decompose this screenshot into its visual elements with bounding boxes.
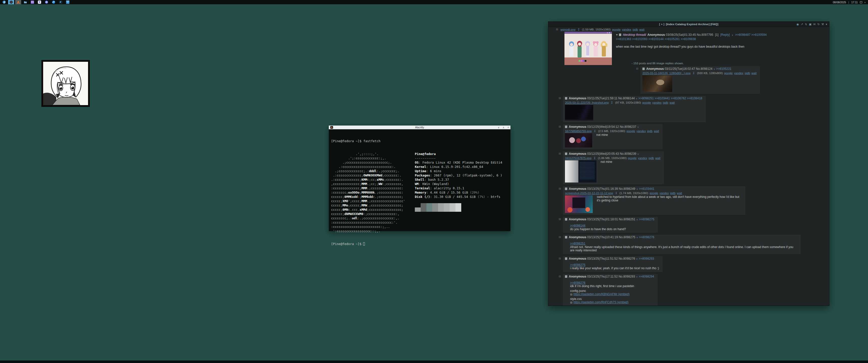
post-backlinks[interactable]: >>8098293 <box>639 257 654 260</box>
post-filelink-yandex[interactable]: yandex <box>659 191 669 195</box>
pastebin-link[interactable]: https://pastebin.com/KBNGAFMr (embed) <box>574 292 629 296</box>
post-backlinks[interactable]: >>8105221 <box>716 67 732 71</box>
post-backlinks[interactable]: >>8098294 <box>639 275 654 278</box>
op-filelink-wait[interactable]: wait <box>640 28 645 31</box>
post-number[interactable]: No.8098275 <box>619 235 635 239</box>
op-checkbox[interactable] <box>619 34 621 36</box>
board-nav-links[interactable]: [Index Catalog Expired Archive] [FAQ] <box>666 23 718 26</box>
post-number[interactable]: No.8098251 <box>619 218 635 221</box>
refresh-icon[interactable]: ↻ <box>817 22 819 27</box>
quote-link[interactable]: >>8098251 <box>570 242 585 245</box>
download-icon[interactable]: ↧ <box>693 71 695 75</box>
hide-thread-button[interactable]: ⊟ <box>556 28 558 31</box>
post-filelink-google[interactable]: google <box>628 156 637 160</box>
tools-icon[interactable]: ⚒ <box>822 22 824 27</box>
post-filelink-iqdb[interactable]: iqdb <box>649 156 654 160</box>
quote-link[interactable]: >>8098276 <box>570 281 585 285</box>
post-filelink-iqdb[interactable]: iqdb <box>670 191 676 195</box>
post-filelink-yandex[interactable]: yandex <box>638 156 647 160</box>
download-icon[interactable]: ↧ <box>594 129 596 133</box>
post-backlinks[interactable]: >>8103441 <box>639 187 654 191</box>
post-checkbox[interactable] <box>565 257 567 260</box>
discord-app-icon[interactable] <box>43 0 50 4</box>
archive-app-icon[interactable] <box>65 0 71 4</box>
download-icon[interactable]: ↧ <box>615 191 618 195</box>
file-manager-app-icon[interactable] <box>22 0 28 4</box>
post-filelink-iqdb[interactable]: iqdb <box>647 129 652 133</box>
board-navigation[interactable]: [ + ][Index Catalog Expired Archive] [FA… <box>548 23 829 26</box>
op-file-name[interactable]: wgnodt.png <box>560 28 575 31</box>
post-filelink-iqdb[interactable]: iqdb <box>745 71 750 75</box>
download-icon[interactable]: ↧ <box>611 101 613 104</box>
post-filelink-google[interactable]: google <box>642 101 651 104</box>
post-filelink-google[interactable]: google <box>650 191 658 195</box>
post-thumbnail[interactable] <box>565 195 593 213</box>
watch-heart-icon[interactable]: ♥ <box>616 33 618 37</box>
post-number[interactable]: No.8098237 <box>620 125 636 129</box>
post-menu-caret[interactable]: ∨ <box>732 34 733 36</box>
post-file-name[interactable]: 2025-03-11-223739_hyprshot.png <box>565 101 609 104</box>
post-menu-caret[interactable]: ∨ <box>636 258 638 260</box>
hide-post-button[interactable]: ⊟ <box>559 235 561 239</box>
post-thumbnail[interactable] <box>643 75 672 92</box>
post-menu-caret[interactable]: ∨ <box>637 236 638 239</box>
post-filelink-wait[interactable]: wait <box>654 129 659 133</box>
op-filelink-google[interactable]: google <box>612 28 621 31</box>
post-file-name[interactable]: 1611275157875.png <box>565 156 591 160</box>
post-filelink-google[interactable]: google <box>626 129 636 133</box>
reply-link[interactable]: [Reply] <box>720 33 730 37</box>
clock-area[interactable]: 08/08/2025|17:11 › <box>833 1 868 4</box>
media-disc-app-icon[interactable] <box>8 0 14 4</box>
post-backlinks[interactable]: >>8098276 <box>639 235 654 239</box>
speech-icon[interactable]: ✉ <box>813 22 815 27</box>
post-filelink-wait[interactable]: wait <box>751 71 756 75</box>
op-filelink-iqdb[interactable]: iqdb <box>632 28 638 31</box>
post-number[interactable]: No.8098249 <box>619 187 635 191</box>
op-filelink-yandex[interactable]: yandex <box>622 28 631 31</box>
lightning-icon[interactable]: ↯ <box>805 22 807 27</box>
zen-browser-app-icon[interactable] <box>36 0 42 4</box>
post-thumbnail[interactable] <box>565 133 592 147</box>
post-thumbnail[interactable] <box>565 160 596 183</box>
alacritty-app-icon[interactable] <box>15 0 21 4</box>
post-checkbox[interactable] <box>565 236 567 238</box>
maximize-button[interactable]: ∧ <box>503 126 504 129</box>
hide-post-button[interactable]: ⊟ <box>559 97 561 100</box>
post-checkbox[interactable] <box>565 153 567 155</box>
post-menu-caret[interactable]: ∨ <box>636 275 638 278</box>
terminal-titlebar[interactable]: Alacritty ∨ ∧ × <box>329 126 510 129</box>
minimize-button[interactable]: ∨ <box>498 126 500 129</box>
op-backlinks-line2[interactable]: >>8101363 >>8102093 >>8103144 >>8105281 … <box>616 37 829 41</box>
post-checkbox[interactable] <box>565 218 567 221</box>
hide-post-button[interactable]: ⊟ <box>559 187 561 190</box>
quote-link[interactable]: >>8098275 <box>570 263 585 267</box>
hide-post-button[interactable]: ⊟ <box>559 152 561 155</box>
hide-post-button[interactable]: ⊟ <box>559 257 561 260</box>
tray-window-icon[interactable] <box>860 1 862 3</box>
post-checkbox[interactable] <box>643 68 645 70</box>
post-filelink-wait[interactable]: wait <box>655 156 660 160</box>
post-menu-caret[interactable]: ∨ <box>713 68 715 70</box>
expand-icon[interactable]: ↗ <box>801 22 803 27</box>
mail-app-icon[interactable] <box>29 0 35 4</box>
post-number[interactable]: No.8098293 <box>618 275 635 278</box>
post-filelink-iqdb[interactable]: iqdb <box>663 101 669 104</box>
fedora-menu-icon[interactable]: f <box>1 0 7 4</box>
post-checkbox[interactable] <box>565 97 567 100</box>
quote-link[interactable]: >>8098144 <box>570 224 585 227</box>
post-checkbox[interactable] <box>565 126 567 128</box>
post-filelink-wait[interactable]: wait <box>677 191 682 195</box>
post-filelink-google[interactable]: google <box>724 71 733 75</box>
post-file-name[interactable]: 1677985850755.png <box>565 129 592 133</box>
post-number[interactable]: No.8098276 <box>618 257 635 260</box>
post-menu-caret[interactable]: ∨ <box>636 97 638 100</box>
terminal-content[interactable]: [Pine@fedora ~]$ fastfetch .',;::::;,'. … <box>329 129 510 231</box>
watch-thread-toggle[interactable]: [ + ] <box>659 23 664 26</box>
download-icon[interactable]: ↧ <box>578 28 580 31</box>
image-icon[interactable]: ▣ <box>809 22 811 27</box>
post-file-name[interactable]: 2025-03-11-160126_1280x80(...).png <box>643 71 690 75</box>
op-number[interactable]: No.8097795 <box>697 33 713 37</box>
download-icon[interactable]: ↧ <box>593 156 596 160</box>
post-menu-caret[interactable]: ∨ <box>637 218 638 221</box>
thunderbird-app-icon[interactable] <box>58 0 64 4</box>
